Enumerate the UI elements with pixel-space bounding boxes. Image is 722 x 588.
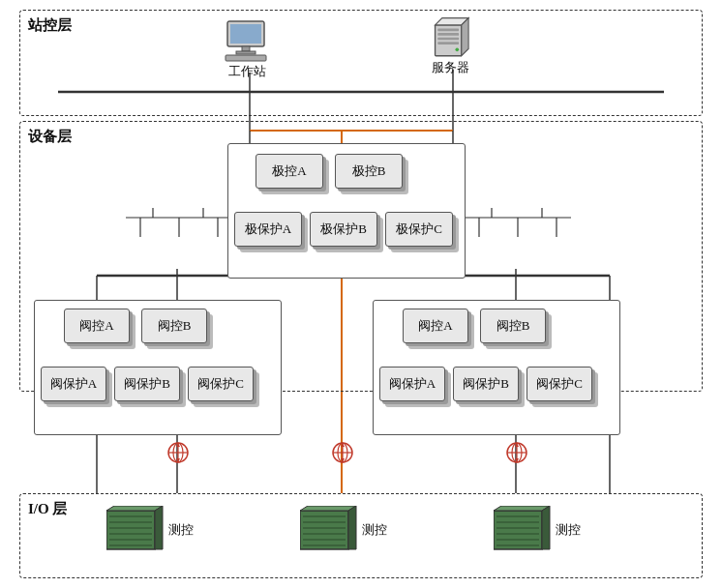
svg-point-48: [455, 48, 459, 52]
svg-marker-69: [155, 506, 163, 549]
svg-marker-87: [542, 506, 550, 549]
right-fabaohu-c-box: 阀保护C: [526, 367, 592, 401]
io-rack-3: [494, 506, 554, 554]
jibaohu-a-box: 极保护A: [234, 212, 302, 247]
jikong-a-box: 极控A: [256, 154, 323, 189]
right-fakong-b-box: 阀控B: [480, 309, 546, 343]
io-box-1-group: 测控: [106, 506, 194, 554]
svg-marker-78: [348, 506, 356, 549]
left-fabaohu-b-box: 阀保护B: [114, 367, 180, 401]
right-fabaohu-b-box: 阀保护B: [453, 367, 519, 401]
io-rack-2: [300, 506, 360, 554]
svg-rect-38: [242, 46, 250, 51]
io-box-3-group: 测控: [494, 506, 581, 554]
jibaohu-b-box: 极保护B: [310, 212, 377, 247]
io-cekong-1-label: 测控: [168, 521, 194, 539]
svg-rect-40: [226, 55, 266, 61]
svg-marker-68: [106, 506, 163, 511]
left-fabaohu-a-box: 阀保护A: [41, 367, 106, 401]
svg-rect-47: [437, 42, 459, 44]
layer-station: 站控层: [19, 10, 703, 116]
svg-marker-86: [494, 506, 550, 511]
svg-rect-37: [230, 24, 261, 44]
right-inner-panel: 阀控A 阀控B 阀保护A 阀保护B 阀保护C: [373, 300, 620, 435]
server-svg: [426, 15, 474, 63]
io-cekong-2-label: 测控: [362, 521, 387, 539]
left-inner-panel: 阀控A 阀控B 阀保护A 阀保护B 阀保护C: [34, 300, 282, 435]
workstation-svg: [223, 19, 271, 63]
svg-marker-43: [462, 18, 468, 56]
center-globe-icon: [331, 441, 354, 464]
io-rack-1: [106, 506, 166, 554]
workstation-icon: 工作站: [213, 19, 281, 82]
right-globe-icon: [505, 441, 528, 464]
left-fabaohu-c-box: 阀保护C: [188, 367, 254, 401]
jikong-b-box: 极控B: [335, 154, 403, 189]
svg-rect-45: [437, 33, 459, 36]
right-fabaohu-a-box: 阀保护A: [379, 367, 445, 401]
left-globe-icon: [166, 441, 190, 464]
svg-marker-77: [300, 506, 356, 511]
jibaohu-c-box: 极保护C: [385, 212, 453, 247]
io-cekong-3-label: 测控: [556, 521, 581, 539]
device-layer-label: 设备层: [28, 128, 72, 146]
server-icon: 服务器: [416, 15, 484, 77]
center-inner-panel: 极控A 极控B 极保护A 极保护B 极保护C: [227, 143, 466, 279]
station-layer-label: 站控层: [28, 16, 72, 35]
left-fakong-b-box: 阀控B: [141, 309, 207, 343]
svg-rect-44: [437, 29, 459, 32]
svg-rect-39: [236, 51, 256, 54]
svg-rect-46: [437, 38, 459, 41]
workstation-label: 工作站: [228, 63, 266, 80]
diagram-container: 站控层 工作站: [0, 0, 722, 588]
io-box-2-group: 测控: [300, 506, 387, 554]
right-fakong-a-box: 阀控A: [403, 309, 468, 343]
io-layer-label: I/O 层: [28, 500, 67, 518]
left-fakong-a-box: 阀控A: [64, 309, 130, 343]
server-label: 服务器: [432, 59, 469, 76]
